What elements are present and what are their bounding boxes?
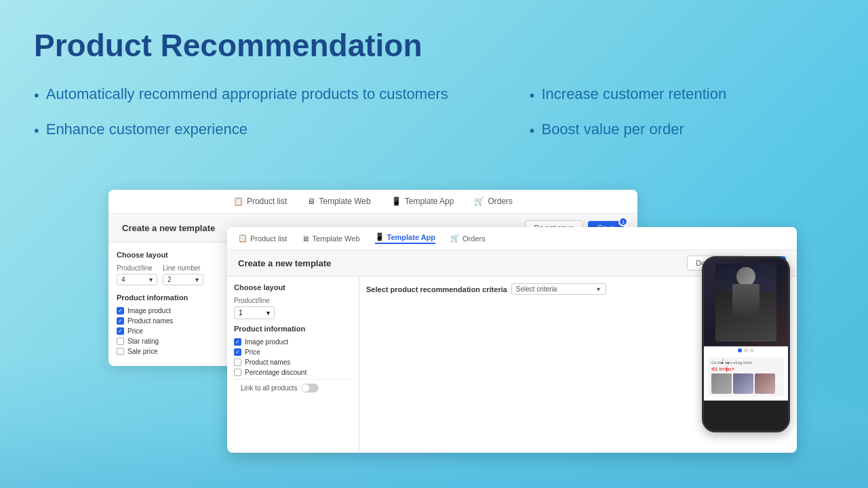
back-product-line-label: Product/line	[117, 264, 157, 272]
bullet-left-2: • Enhance customer experience	[34, 119, 448, 141]
front-nav-orders[interactable]: 🛒 Orders	[450, 234, 486, 243]
back-line-number-field: Line number 2 ▾	[163, 264, 203, 285]
back-checkbox-star-rating-box[interactable]	[117, 338, 124, 345]
front-nav-product-list[interactable]: 📋 Product list	[238, 234, 287, 243]
front-layout-label: Choose layout	[234, 283, 352, 291]
phone-image-area	[704, 258, 788, 346]
front-nav-template-web[interactable]: 🖥 Template Web	[302, 235, 359, 243]
phone-product-text: Có thể bạn cũng thích	[711, 360, 781, 365]
bullet-left-1: • Automatically recommend appropriate pr…	[34, 84, 448, 106]
front-nav-template-app[interactable]: 📱 Template App	[375, 232, 436, 244]
bullet-right-2: • Boost value per order	[530, 119, 726, 141]
back-line-number-label: Line number	[163, 264, 203, 272]
front-panel-title: Create a new template	[238, 258, 331, 268]
front-checkbox-product-names: Product names	[234, 359, 352, 366]
front-checkbox-percentage-discount: Percentage discount	[234, 369, 352, 376]
front-criteria-select[interactable]: Select criteria ▾	[511, 283, 606, 295]
bullet-right-1: • Increase customer retention	[530, 84, 726, 106]
front-checkbox-price: Price	[234, 348, 352, 356]
front-checkbox-product-names-box[interactable]	[234, 359, 241, 366]
phone-price: đ1 triệu+	[711, 366, 781, 372]
bullet-dot-1: •	[34, 85, 39, 106]
phone-mockup: Có thể bạn cũng thích đ1 triệu+	[702, 256, 790, 432]
front-panel: 📋 Product list 🖥 Template Web 📱 Template…	[227, 227, 797, 453]
back-nav-product-list[interactable]: 📋 Product list	[233, 197, 287, 206]
toggle-knob	[302, 384, 309, 392]
bullets-right: • Increase customer retention • Boost va…	[530, 84, 726, 140]
back-nav-template-web[interactable]: 🖥 Template Web	[307, 197, 370, 206]
screenshots-container: 📋 Product list 🖥 Template Web 📱 Template…	[108, 190, 760, 474]
save-badge: 1	[618, 217, 628, 226]
orders-icon: 🛒	[474, 197, 484, 206]
phone-screen: Có thể bạn cũng thích đ1 triệu+	[704, 258, 788, 430]
front-checkbox-percentage-discount-box[interactable]	[234, 369, 241, 376]
content-area: Product Recommendation • Automatically r…	[0, 0, 868, 195]
front-template-app-icon: 📱	[375, 232, 384, 241]
bullets-container: • Automatically recommend appropriate pr…	[34, 84, 834, 140]
back-checkbox-image-product-box[interactable]	[117, 307, 124, 314]
chevron-down-icon-2: ▾	[195, 276, 199, 283]
front-product-info-label: Product information	[234, 325, 352, 333]
front-product-line-select[interactable]: 1 ▾	[234, 306, 275, 319]
page-title: Product Recommendation	[34, 27, 834, 64]
product-list-icon: 📋	[233, 197, 243, 206]
front-left-col: Choose layout Product/line 1 ▾ Product i…	[227, 277, 359, 453]
template-web-icon: 🖥	[307, 197, 315, 206]
front-checkbox-image-product-box[interactable]	[234, 338, 241, 346]
template-app-icon: 📱	[391, 197, 401, 206]
bullet-dot-4: •	[530, 121, 535, 141]
bullet-dot-3: •	[530, 85, 535, 106]
back-product-line-field: Product/line 4 ▾	[117, 264, 157, 285]
front-panel-body: Choose layout Product/line 1 ▾ Product i…	[227, 277, 797, 453]
front-checkbox-image-product: Image product	[234, 338, 352, 346]
chevron-down-icon: ▾	[149, 276, 153, 283]
front-product-line-row: Product/line 1 ▾	[234, 297, 352, 319]
back-checkbox-sale-price-box[interactable]	[117, 348, 124, 355]
back-product-line-select[interactable]: 4 ▾	[117, 274, 157, 285]
back-nav-template-app[interactable]: 📱 Template App	[391, 197, 454, 206]
criteria-chevron-icon: ▾	[597, 285, 600, 293]
link-all-products-toggle[interactable]	[301, 384, 319, 392]
front-checkbox-price-box[interactable]	[234, 348, 241, 356]
link-all-products: Link to all products	[234, 379, 352, 396]
front-product-list-icon: 📋	[238, 234, 248, 243]
front-nav-bar: 📋 Product list 🖥 Template Web 📱 Template…	[227, 227, 797, 250]
bullet-dot-2: •	[34, 121, 39, 141]
front-chevron-icon: ▾	[267, 309, 270, 317]
back-checkbox-product-names-box[interactable]	[117, 317, 124, 325]
back-checkbox-price-box[interactable]	[117, 327, 124, 335]
back-line-number-select[interactable]: 2 ▾	[163, 274, 203, 285]
bullets-left: • Automatically recommend appropriate pr…	[34, 84, 448, 140]
front-criteria-label: Select product recommendation criteria	[366, 285, 507, 293]
front-right-col: Select product recommendation criteria S…	[359, 277, 797, 453]
front-product-info: Product information Image product Price …	[234, 325, 352, 376]
back-panel-title: Create a new template	[122, 223, 215, 233]
front-orders-icon: 🛒	[450, 234, 460, 243]
front-template-web-icon: 🖥	[302, 235, 309, 243]
front-product-line-label: Product/line	[234, 297, 352, 304]
back-nav-orders[interactable]: 🛒 Orders	[474, 197, 513, 206]
